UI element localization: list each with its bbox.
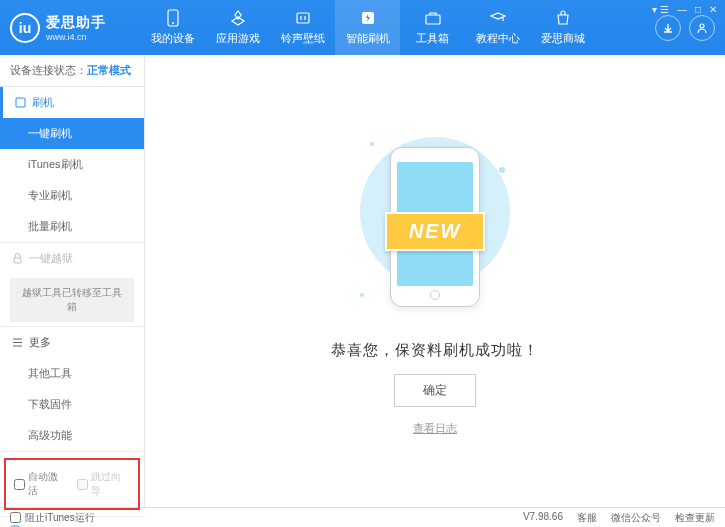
nav-label: 教程中心 — [476, 31, 520, 46]
sidebar-item-oneclick[interactable]: 一键刷机 — [0, 118, 144, 149]
nav-tutorials[interactable]: 教程中心 — [465, 0, 530, 55]
device-status: 设备连接状态：正常模式 — [0, 55, 144, 87]
cart-icon[interactable]: ▾ ☰ — [652, 4, 669, 15]
svg-rect-2 — [297, 13, 309, 23]
top-nav: 我的设备 应用游戏 铃声壁纸 智能刷机 工具箱 教程中心 爱思商城 — [140, 0, 655, 55]
flash-icon — [358, 9, 378, 27]
flash-small-icon — [15, 97, 26, 108]
footer-update[interactable]: 检查更新 — [675, 511, 715, 525]
status-value: 正常模式 — [87, 64, 131, 76]
nav-my-device[interactable]: 我的设备 — [140, 0, 205, 55]
logo-icon: iu — [10, 13, 40, 43]
jailbreak-notice[interactable]: 越狱工具已转移至工具箱 — [10, 278, 134, 322]
nav-label: 铃声壁纸 — [281, 31, 325, 46]
confirm-button[interactable]: 确定 — [394, 374, 476, 407]
sidebar-jailbreak-header: 一键越狱 — [0, 243, 144, 274]
checkbox-highlight-box: 自动激活 跳过向导 — [4, 458, 140, 510]
sidebar-item-pro[interactable]: 专业刷机 — [0, 180, 144, 211]
sidebar-more-header[interactable]: 更多 — [0, 327, 144, 358]
sidebar-item-itunes[interactable]: iTunes刷机 — [0, 149, 144, 180]
nav-label: 智能刷机 — [346, 31, 390, 46]
skip-guide-checkbox[interactable]: 跳过向导 — [77, 470, 130, 498]
device-icon — [163, 9, 183, 27]
download-button[interactable] — [655, 15, 681, 41]
minimize-icon[interactable]: — — [677, 4, 687, 15]
nav-smart-flash[interactable]: 智能刷机 — [335, 0, 400, 55]
sidebar-item-other[interactable]: 其他工具 — [0, 358, 144, 389]
app-header: iu 爱思助手 www.i4.cn 我的设备 应用游戏 铃声壁纸 智能刷机 工具… — [0, 0, 725, 55]
svg-rect-4 — [426, 15, 440, 24]
nav-label: 工具箱 — [416, 31, 449, 46]
success-illustration: NEW — [345, 127, 525, 327]
logo: iu 爱思助手 www.i4.cn — [10, 13, 140, 43]
footer-support[interactable]: 客服 — [577, 511, 597, 525]
block-itunes-checkbox[interactable]: 阻止iTunes运行 — [10, 511, 95, 525]
nav-toolbox[interactable]: 工具箱 — [400, 0, 465, 55]
user-button[interactable] — [689, 15, 715, 41]
auto-activate-checkbox[interactable]: 自动激活 — [14, 470, 67, 498]
success-message: 恭喜您，保资料刷机成功啦！ — [331, 341, 539, 360]
logo-url: www.i4.cn — [46, 32, 106, 42]
nav-label: 爱思商城 — [541, 31, 585, 46]
lock-icon — [12, 253, 23, 264]
sidebar-flash-header[interactable]: 刷机 — [0, 87, 144, 118]
view-log-link[interactable]: 查看日志 — [413, 421, 457, 436]
svg-rect-6 — [16, 98, 25, 107]
nav-label: 应用游戏 — [216, 31, 260, 46]
close-icon[interactable]: ✕ — [709, 4, 717, 15]
sidebar-item-advanced[interactable]: 高级功能 — [0, 420, 144, 451]
version-label: V7.98.66 — [523, 511, 563, 525]
svg-rect-7 — [14, 258, 21, 263]
nav-apps[interactable]: 应用游戏 — [205, 0, 270, 55]
main-content: NEW 恭喜您，保资料刷机成功啦！ 确定 查看日志 — [145, 55, 725, 507]
sidebar-item-download[interactable]: 下载固件 — [0, 389, 144, 420]
svg-point-1 — [172, 22, 174, 24]
logo-title: 爱思助手 — [46, 14, 106, 32]
new-ribbon: NEW — [385, 212, 486, 251]
nav-ringtones[interactable]: 铃声壁纸 — [270, 0, 335, 55]
ringtone-icon — [293, 9, 313, 27]
nav-store[interactable]: 爱思商城 — [530, 0, 595, 55]
sidebar: 设备连接状态：正常模式 刷机 一键刷机 iTunes刷机 专业刷机 批量刷机 一… — [0, 55, 145, 507]
nav-label: 我的设备 — [151, 31, 195, 46]
sidebar-item-batch[interactable]: 批量刷机 — [0, 211, 144, 242]
footer-wechat[interactable]: 微信公众号 — [611, 511, 661, 525]
maximize-icon[interactable]: □ — [695, 4, 701, 15]
store-icon — [553, 9, 573, 27]
apps-icon — [228, 9, 248, 27]
status-label: 设备连接状态： — [10, 64, 87, 76]
svg-point-5 — [700, 24, 704, 28]
tutorial-icon — [488, 9, 508, 27]
menu-icon — [12, 337, 23, 348]
toolbox-icon — [423, 9, 443, 27]
